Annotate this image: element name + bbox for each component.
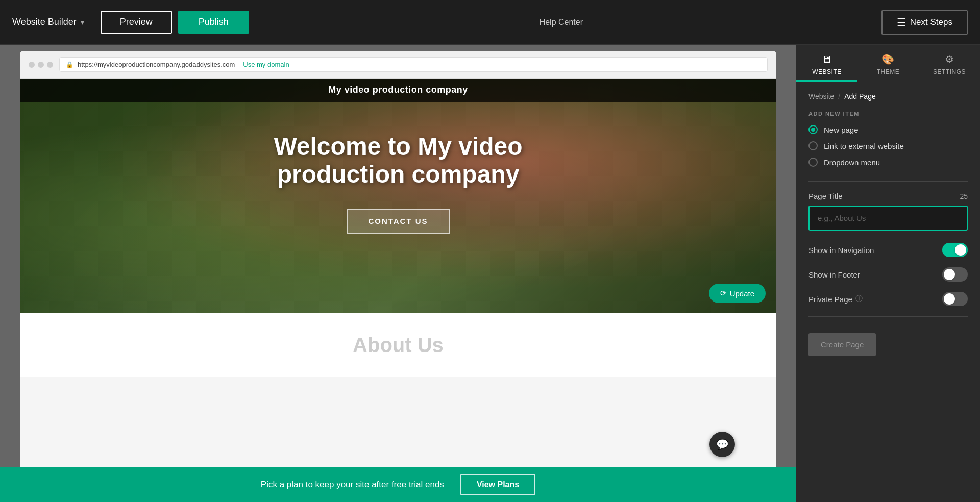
- breadcrumb-separator: /: [838, 92, 840, 101]
- canvas-area: 🔒 https://myvideoproductioncompany.godad…: [0, 45, 796, 502]
- breadcrumb-parent[interactable]: Website: [808, 92, 834, 101]
- page-title-label: Page Title: [808, 192, 843, 200]
- site-title-bar: My video production company: [20, 79, 776, 102]
- preview-button[interactable]: Preview: [101, 11, 172, 34]
- lock-icon: 🔒: [66, 61, 74, 68]
- settings-tab-icon: ⚙: [945, 53, 954, 65]
- panel-tabs: 🖥 WEBSITE 🎨 THEME ⚙ SETTINGS: [796, 45, 980, 82]
- page-title-count: 25: [960, 192, 968, 200]
- show-navigation-label: Show in Navigation: [808, 246, 874, 255]
- private-page-row: Private Page ⓘ: [808, 292, 968, 306]
- update-icon: ⟳: [720, 289, 727, 298]
- dot-yellow: [38, 62, 44, 68]
- hero-headline: Welcome to My video production company: [245, 132, 551, 188]
- show-footer-toggle[interactable]: [942, 267, 968, 282]
- private-page-label: Private Page ⓘ: [808, 294, 863, 304]
- dot-red: [29, 62, 35, 68]
- use-domain-link[interactable]: Use my domain: [243, 61, 289, 68]
- about-section: About Us: [20, 313, 776, 377]
- theme-tab-icon: 🎨: [881, 53, 895, 65]
- breadcrumb-current: Add Page: [844, 92, 876, 101]
- tab-settings[interactable]: ⚙ SETTINGS: [919, 45, 980, 82]
- breadcrumb: Website / Add Page: [808, 92, 968, 101]
- private-page-toggle[interactable]: [942, 292, 968, 306]
- next-steps-label: Next Steps: [910, 17, 952, 28]
- brand-chevron-icon: ▾: [81, 18, 84, 27]
- view-plans-button[interactable]: View Plans: [460, 474, 535, 495]
- radio-label-dropdown: Dropdown menu: [824, 158, 880, 167]
- show-navigation-toggle[interactable]: [942, 243, 968, 257]
- private-page-knob: [944, 293, 955, 305]
- publish-button[interactable]: Publish: [178, 11, 249, 34]
- radio-label-new-page: New page: [824, 126, 859, 134]
- browser-toolbar: 🔒 https://myvideoproductioncompany.godad…: [20, 51, 776, 79]
- divider-2: [808, 316, 968, 317]
- website-tab-icon: 🖥: [822, 54, 832, 65]
- radio-label-external-link: Link to external website: [824, 142, 904, 150]
- website-content: My video production company Welcome to M…: [20, 79, 776, 467]
- banner-text: Pick a plan to keep your site after free…: [261, 480, 444, 490]
- hero-section: My video production company Welcome to M…: [20, 79, 776, 313]
- page-title-row: Page Title 25: [808, 192, 968, 200]
- panel-content: Website / Add Page ADD NEW ITEM New page…: [796, 82, 980, 502]
- show-footer-label: Show in Footer: [808, 270, 860, 279]
- url-text: https://myvideoproductioncompany.godaddy…: [78, 61, 235, 68]
- radio-circle-dropdown: [808, 158, 818, 167]
- private-page-text: Private Page: [808, 295, 852, 304]
- tab-theme[interactable]: 🎨 THEME: [857, 45, 919, 82]
- show-navigation-knob: [955, 244, 966, 256]
- list-icon: ☰: [897, 16, 906, 29]
- site-name: My video production company: [328, 85, 468, 95]
- brand-logo[interactable]: Website Builder ▾: [12, 17, 84, 28]
- bottom-banner: Pick a plan to keep your site after free…: [0, 467, 796, 502]
- browser-mock: 🔒 https://myvideoproductioncompany.godad…: [20, 51, 776, 467]
- website-tab-label: WEBSITE: [812, 68, 842, 76]
- hero-text: Welcome to My video production company C…: [225, 132, 572, 234]
- top-center: Help Center: [249, 18, 881, 27]
- divider-1: [808, 181, 968, 182]
- radio-circle-external-link: [808, 141, 818, 150]
- radio-group: New page Link to external website Dropdo…: [808, 125, 968, 167]
- brand-name: Website Builder: [12, 17, 77, 28]
- chat-bubble-button[interactable]: 💬: [709, 432, 735, 457]
- update-button[interactable]: ⟳ Update: [709, 284, 766, 303]
- contact-us-button[interactable]: CONTACT US: [347, 209, 449, 234]
- update-label: Update: [730, 289, 754, 298]
- tab-website[interactable]: 🖥 WEBSITE: [796, 45, 857, 82]
- right-panel: 🖥 WEBSITE 🎨 THEME ⚙ SETTINGS Website / A…: [796, 45, 980, 502]
- radio-circle-new-page: [808, 125, 818, 134]
- show-navigation-row: Show in Navigation: [808, 243, 968, 257]
- about-title: About Us: [41, 334, 755, 357]
- help-center-link[interactable]: Help Center: [540, 18, 583, 27]
- create-page-button[interactable]: Create Page: [808, 333, 876, 356]
- dot-green: [47, 62, 53, 68]
- settings-tab-label: SETTINGS: [933, 68, 966, 76]
- radio-external-link[interactable]: Link to external website: [808, 141, 968, 150]
- help-icon[interactable]: ⓘ: [855, 294, 863, 304]
- add-new-item-label: ADD NEW ITEM: [808, 111, 968, 117]
- radio-dropdown[interactable]: Dropdown menu: [808, 158, 968, 167]
- page-title-input[interactable]: [808, 206, 968, 231]
- show-footer-row: Show in Footer: [808, 267, 968, 282]
- browser-dots: [29, 62, 53, 68]
- show-footer-knob: [944, 269, 955, 280]
- top-bar: Website Builder ▾ Preview Publish Help C…: [0, 0, 980, 45]
- next-steps-button[interactable]: ☰ Next Steps: [881, 10, 968, 35]
- browser-url-bar[interactable]: 🔒 https://myvideoproductioncompany.godad…: [59, 57, 768, 72]
- main-content: 🔒 https://myvideoproductioncompany.godad…: [0, 45, 980, 502]
- radio-new-page[interactable]: New page: [808, 125, 968, 134]
- theme-tab-label: THEME: [877, 68, 900, 76]
- chat-icon: 💬: [716, 438, 729, 450]
